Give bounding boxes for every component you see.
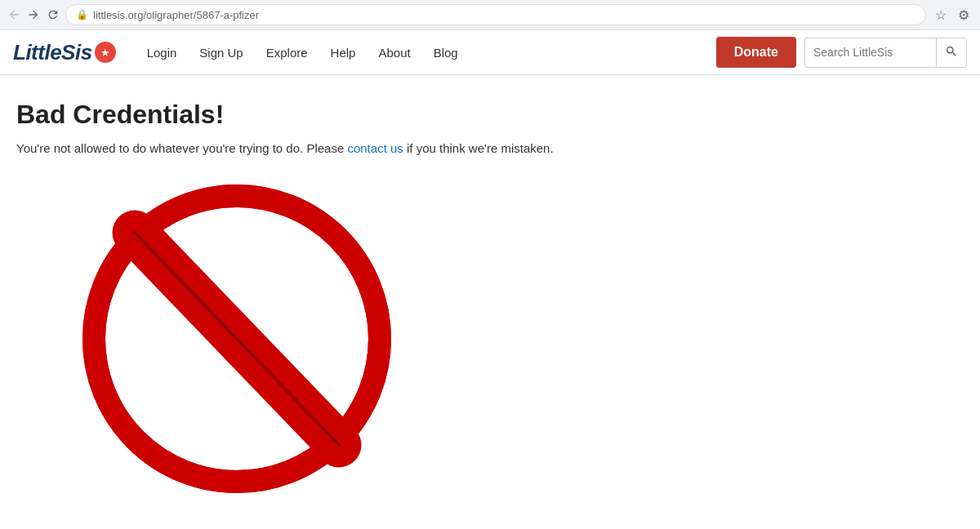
subtitle-after: if you think we're mistaken. <box>403 141 554 155</box>
site-logo[interactable]: LittleSis <box>13 40 116 65</box>
search-bar <box>804 38 967 68</box>
reload-button[interactable] <box>46 7 60 22</box>
nav-explore[interactable]: Explore <box>255 39 319 66</box>
bookmark-button[interactable]: ☆ <box>931 5 951 24</box>
browser-actions: ☆ ⚙ <box>931 5 973 24</box>
search-button[interactable] <box>936 38 966 67</box>
lock-icon: 🔒 <box>76 9 88 20</box>
main-content: Bad Credentials! You're not allowed to d… <box>0 75 898 529</box>
subtitle: You're not allowed to do whatever you're… <box>16 141 882 155</box>
no-entry-icon <box>82 180 392 498</box>
nav-help[interactable]: Help <box>319 39 368 66</box>
page-title: Bad Credentials! <box>16 100 882 130</box>
logo-star-icon <box>95 42 116 63</box>
logo-text: LittleSis <box>13 40 92 65</box>
forward-button[interactable] <box>26 7 41 22</box>
address-bar[interactable]: 🔒 littlesis.org/oligrapher/5867-a-pfizer <box>65 4 926 25</box>
site-nav: LittleSis Login Sign Up Explore Help Abo… <box>0 30 980 75</box>
nav-signup[interactable]: Sign Up <box>188 39 254 66</box>
nav-links: Login Sign Up Explore Help About Blog <box>136 39 716 66</box>
nav-login[interactable]: Login <box>136 39 189 66</box>
subtitle-before: You're not allowed to do whatever you're… <box>16 141 347 155</box>
nav-about[interactable]: About <box>367 39 421 66</box>
search-icon <box>945 45 958 58</box>
search-input[interactable] <box>805 39 936 65</box>
browser-chrome: 🔒 littlesis.org/oligrapher/5867-a-pfizer… <box>0 0 980 30</box>
contact-link[interactable]: contact us <box>347 141 403 155</box>
back-button[interactable] <box>7 7 21 22</box>
nav-blog[interactable]: Blog <box>422 39 470 66</box>
user-menu-button[interactable]: ⚙ <box>954 5 973 24</box>
no-symbol-image <box>82 180 882 500</box>
browser-toolbar: 🔒 littlesis.org/oligrapher/5867-a-pfizer… <box>0 0 980 29</box>
donate-button[interactable]: Donate <box>716 37 796 68</box>
url-text: littlesis.org/oligrapher/5867-a-pfizer <box>93 9 259 21</box>
